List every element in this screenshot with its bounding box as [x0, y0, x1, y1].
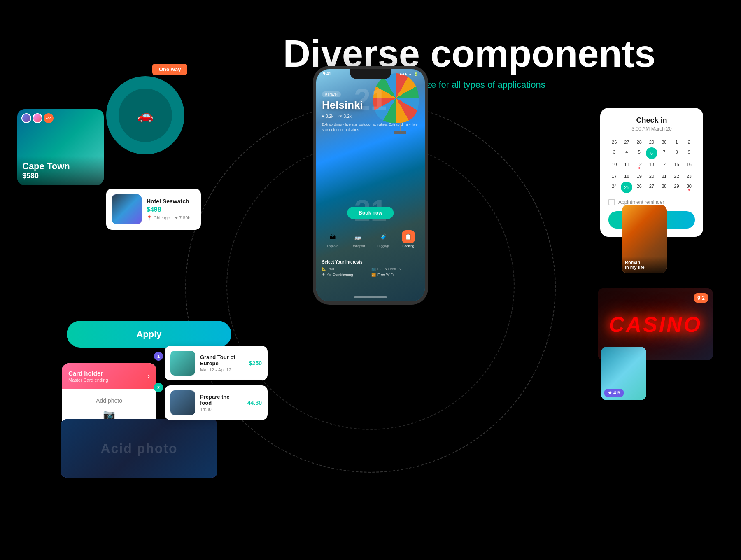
cal-day[interactable]: 19: [634, 172, 645, 181]
location-icon: 📍: [147, 215, 152, 221]
hotel-info: Hotel Seawatch $498 📍 Chicago ♥ 7.89k: [147, 198, 190, 221]
cal-day[interactable]: 15: [671, 160, 682, 171]
cal-day[interactable]: 27: [621, 138, 632, 147]
amenity-wifi: 📶Free WiFi: [371, 273, 419, 277]
hero-section: Diverse components Customize for all typ…: [239, 33, 700, 90]
interests-title: Select Your Interests: [322, 260, 419, 264]
avatar-count: +10: [44, 113, 54, 123]
checkin-title: Check in: [608, 116, 695, 125]
camera-icon[interactable]: 📷: [70, 409, 148, 420]
tour-price-1: $250: [249, 360, 262, 366]
hotel-card[interactable]: Hotel Seawatch $498 📍 Chicago ♥ 7.89k: [106, 189, 201, 230]
cal-day[interactable]: 26: [608, 138, 620, 147]
appt-checkbox[interactable]: [608, 199, 615, 205]
romantic-overlay: Roman: in my life: [622, 257, 667, 273]
romantic-title: Roman:: [625, 260, 664, 265]
tab-label-transport: Transport: [351, 244, 365, 248]
cape-town-title: Cape Town: [22, 161, 99, 172]
cal-day[interactable]: 16: [683, 160, 695, 171]
tour-date-1: Mar 12 - Apr 12: [200, 367, 244, 372]
cal-day[interactable]: 20: [646, 172, 657, 181]
cal-day[interactable]: 18: [621, 172, 632, 181]
cal-day[interactable]: 11: [621, 160, 632, 171]
hotel-location: 📍 Chicago: [147, 215, 170, 221]
cal-day[interactable]: 22: [671, 172, 682, 181]
hero-title: Diverse components: [239, 33, 700, 75]
card-holder-sublabel: Master Card ending: [68, 378, 108, 383]
phone-screen: 9:41 ●●● ▲ 🔋 #Travel Helsinki ♥ 3.2k 👁 3…: [316, 69, 425, 301]
cal-day[interactable]: 29: [671, 182, 682, 193]
apply-button[interactable]: Apply: [67, 321, 231, 348]
cape-town-card[interactable]: +10 Cape Town $580: [17, 109, 104, 185]
aerial-rating: ★ 4.5: [604, 389, 624, 397]
heart-icon: ♥: [175, 215, 178, 220]
star-icon: ★: [608, 390, 612, 396]
cape-town-price: $580: [22, 172, 99, 180]
appt-reminder: Appintment reminder: [608, 199, 695, 205]
chevron-right-icon[interactable]: ›: [147, 372, 150, 380]
phone-tab-transport[interactable]: 🚌 Transport: [351, 230, 365, 248]
phone-status-bar: 9:41 ●●● ▲ 🔋: [323, 72, 418, 76]
cal-day[interactable]: 28: [658, 182, 670, 193]
phone-signal: ●●● ▲ 🔋: [399, 72, 418, 76]
one-way-badge: One way: [152, 64, 187, 75]
cal-day-today[interactable]: 25: [621, 182, 632, 193]
phone-number-1: 21: [354, 82, 387, 116]
tour-step-2: 2: [154, 383, 163, 392]
car-map-widget: 🚗: [106, 76, 184, 154]
phone-tab-luggage[interactable]: 🧳 Luggage: [377, 230, 390, 248]
phone-home-indicator: [354, 296, 387, 298]
casino-rating: 9.2: [694, 293, 708, 303]
cal-day-selected[interactable]: 6: [646, 147, 657, 159]
cal-day[interactable]: 9: [683, 147, 695, 159]
cal-day[interactable]: 12: [634, 160, 645, 171]
heart-icon-small: ♥: [322, 114, 324, 119]
acid-photo-card[interactable]: Acid photo: [61, 419, 217, 478]
phone-tabs: 🏔 Explore 🚌 Transport 🧳 Luggage 📋 Bookin…: [316, 230, 425, 248]
cal-day[interactable]: 4: [621, 147, 632, 159]
romantic-card[interactable]: Roman: in my life: [622, 205, 667, 273]
cal-day[interactable]: 7: [658, 147, 670, 159]
cal-day[interactable]: 24: [608, 182, 620, 193]
avatar: [33, 113, 42, 123]
cal-day[interactable]: 30: [683, 182, 695, 193]
cal-day[interactable]: 14: [658, 160, 670, 171]
cal-day[interactable]: 27: [646, 182, 657, 193]
card-holder-info: Card holder Master Card ending: [68, 370, 108, 383]
cal-day[interactable]: 8: [671, 147, 682, 159]
tour-step-1: 1: [154, 352, 163, 361]
tour-item[interactable]: Prepare the food 14:30 44.30: [165, 385, 268, 420]
cal-day[interactable]: 10: [608, 160, 620, 171]
aerial-card[interactable]: ★ 4.5: [601, 347, 646, 400]
cal-day[interactable]: 3: [608, 147, 620, 159]
tour-image-1: [170, 351, 195, 376]
acid-text: Acid photo: [100, 441, 177, 456]
book-now-button[interactable]: Book now: [347, 207, 394, 219]
tab-label-booking: Booking: [402, 244, 414, 248]
cal-day[interactable]: 26: [634, 182, 645, 193]
cal-day[interactable]: 13: [646, 160, 657, 171]
hotel-name: Hotel Seawatch: [147, 198, 190, 205]
cal-day[interactable]: 28: [634, 138, 645, 147]
booking-icon: 📋: [402, 230, 415, 243]
cal-day[interactable]: 2: [683, 138, 695, 147]
amenity-area: 📐70m²: [322, 267, 370, 271]
cal-day[interactable]: 30: [658, 138, 670, 147]
tab-label-luggage: Luggage: [377, 244, 390, 248]
cal-day[interactable]: 23: [683, 172, 695, 181]
phone-tab-booking[interactable]: 📋 Booking: [402, 230, 415, 248]
cal-day[interactable]: 1: [671, 138, 682, 147]
phone-tab-explore[interactable]: 🏔 Explore: [326, 230, 339, 248]
tour-item[interactable]: Grand Tour of Europe Mar 12 - Apr 12 $25…: [165, 346, 268, 380]
tour-list: Grand Tour of Europe Mar 12 - Apr 12 $25…: [165, 346, 268, 425]
cal-day[interactable]: 5: [634, 147, 645, 159]
phone-mockup: 9:41 ●●● ▲ 🔋 #Travel Helsinki ♥ 3.2k 👁 3…: [313, 66, 428, 305]
calendar-grid: 26 27 28 29 30 1 2 3 4 5 6 7 8 9 10 11 1…: [608, 138, 695, 193]
add-photo-label: Add photo: [70, 397, 148, 404]
tour-info-1: Grand Tour of Europe Mar 12 - Apr 12: [200, 354, 244, 372]
phone-views: 👁 3.2k: [338, 114, 352, 119]
tour-date-2: 14:30: [200, 407, 242, 412]
cal-day[interactable]: 21: [658, 172, 670, 181]
cal-day[interactable]: 17: [608, 172, 620, 181]
cal-day[interactable]: 29: [646, 138, 657, 147]
